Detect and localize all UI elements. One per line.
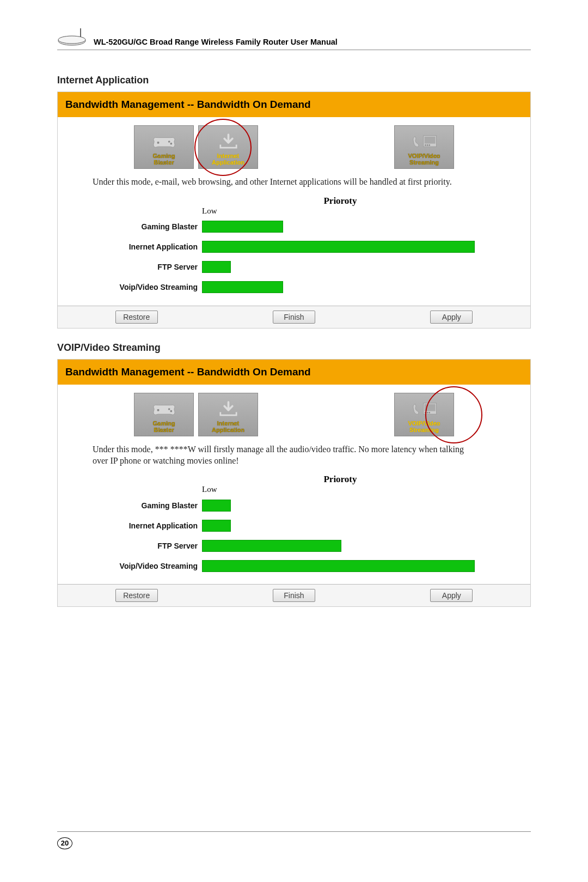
mode-label: InternetApplication xyxy=(212,153,244,166)
priority-chart: Prioroty Low Gaming Blaster Inernet Appl… xyxy=(58,196,530,306)
finish-button[interactable]: Finish xyxy=(273,311,315,324)
bar-label: FTP Server xyxy=(96,542,202,550)
priority-heading: Prioroty xyxy=(188,474,492,485)
mode-label: InternetApplication xyxy=(212,420,244,434)
mode-gaming-blaster[interactable]: GamingBlaster xyxy=(134,125,194,169)
svg-point-9 xyxy=(424,144,426,146)
page-header: WL-520GU/GC Broad Range Wireless Family … xyxy=(57,27,531,50)
svg-point-20 xyxy=(428,412,430,413)
panel-title: Bandwidth Management -- Bandwidth On Dem… xyxy=(58,92,530,117)
bar-row: FTP Server xyxy=(96,536,492,556)
button-bar: Restore Finish Apply xyxy=(58,306,530,328)
bar-row: Inernet Application xyxy=(96,237,492,257)
mode-voip-video[interactable]: VOIP/VideoStreaming xyxy=(394,125,454,169)
panel-title: Bandwidth Management -- Bandwidth On Dem… xyxy=(58,360,530,385)
bar-fill xyxy=(202,520,231,532)
svg-point-6 xyxy=(170,143,172,145)
mode-internet-application[interactable]: InternetApplication xyxy=(198,393,258,436)
mode-description: Under this mode, *** ****W will firstly … xyxy=(58,442,530,475)
svg-rect-8 xyxy=(424,137,435,144)
mode-gaming-blaster[interactable]: GamingBlaster xyxy=(134,393,194,436)
low-label: Low xyxy=(202,485,492,494)
bar-label: Gaming Blaster xyxy=(96,501,202,510)
bar-fill xyxy=(202,500,231,512)
panel-internet-app: Bandwidth Management -- Bandwidth On Dem… xyxy=(57,92,531,329)
header-title: WL-520GU/GC Broad Range Wireless Family … xyxy=(94,38,338,46)
mode-voip-video[interactable]: VOIP/VideoStreaming xyxy=(394,393,454,436)
bar-label: Gaming Blaster xyxy=(96,222,202,231)
mode-label: VOIP/VideoStreaming xyxy=(408,153,440,166)
section-title-voip: VOIP/Video Streaming xyxy=(57,342,531,354)
phone-video-icon xyxy=(408,131,440,153)
restore-button[interactable]: Restore xyxy=(115,589,158,602)
gamepad-icon xyxy=(148,398,180,420)
mode-description: Under this mode, e-mail, web browsing, a… xyxy=(58,174,530,196)
bar-label: Inernet Application xyxy=(96,521,202,530)
phone-video-icon xyxy=(408,398,440,420)
bar-row: Voip/Video Streaming xyxy=(96,277,492,297)
page-number: 20 xyxy=(57,837,72,849)
bar-label: Voip/Video Streaming xyxy=(96,562,202,570)
mode-label: GamingBlaster xyxy=(153,420,175,434)
mode-label: VOIP/VideoStreaming xyxy=(408,420,440,434)
bar-label: Voip/Video Streaming xyxy=(96,283,202,291)
svg-rect-17 xyxy=(424,404,435,411)
button-bar: Restore Finish Apply xyxy=(58,584,530,606)
priority-heading: Prioroty xyxy=(188,196,492,206)
bar-fill xyxy=(202,261,231,273)
svg-point-18 xyxy=(424,412,426,413)
mode-selector-row: GamingBlaster InternetApplication VOIP/V… xyxy=(58,385,530,442)
page-footer: 20 xyxy=(57,831,531,849)
bar-row: FTP Server xyxy=(96,257,492,277)
bar-label: Inernet Application xyxy=(96,242,202,251)
bar-fill xyxy=(202,281,283,293)
bar-row: Inernet Application xyxy=(96,515,492,536)
priority-chart: Prioroty Low Gaming Blaster Inernet Appl… xyxy=(58,474,530,584)
mode-label: GamingBlaster xyxy=(153,153,175,166)
mode-internet-application[interactable]: InternetApplication xyxy=(198,125,258,169)
bar-label: FTP Server xyxy=(96,263,202,271)
low-label: Low xyxy=(202,206,492,216)
svg-point-10 xyxy=(426,144,428,146)
gamepad-icon xyxy=(148,131,180,153)
finish-button[interactable]: Finish xyxy=(273,589,315,602)
download-icon xyxy=(212,131,244,153)
svg-point-2 xyxy=(58,36,85,44)
download-icon xyxy=(212,398,244,420)
bar-fill xyxy=(202,221,283,233)
bar-row: Gaming Blaster xyxy=(96,217,492,237)
bar-row: Gaming Blaster xyxy=(96,495,492,515)
apply-button[interactable]: Apply xyxy=(430,311,473,324)
panel-voip: Bandwidth Management -- Bandwidth On Dem… xyxy=(57,359,531,607)
svg-point-5 xyxy=(168,141,170,143)
bar-fill xyxy=(202,540,341,552)
bar-fill xyxy=(202,241,475,253)
bar-fill xyxy=(202,560,475,572)
svg-point-19 xyxy=(426,412,428,413)
svg-point-15 xyxy=(170,410,172,412)
apply-button[interactable]: Apply xyxy=(430,589,473,602)
svg-point-11 xyxy=(428,144,430,146)
bar-row: Voip/Video Streaming xyxy=(96,556,492,576)
svg-point-14 xyxy=(168,408,170,410)
section-title-internet-app: Internet Application xyxy=(57,75,531,86)
restore-button[interactable]: Restore xyxy=(115,311,158,324)
mode-selector-row: GamingBlaster InternetApplication VOIP/V… xyxy=(58,117,530,174)
router-icon xyxy=(57,27,87,46)
